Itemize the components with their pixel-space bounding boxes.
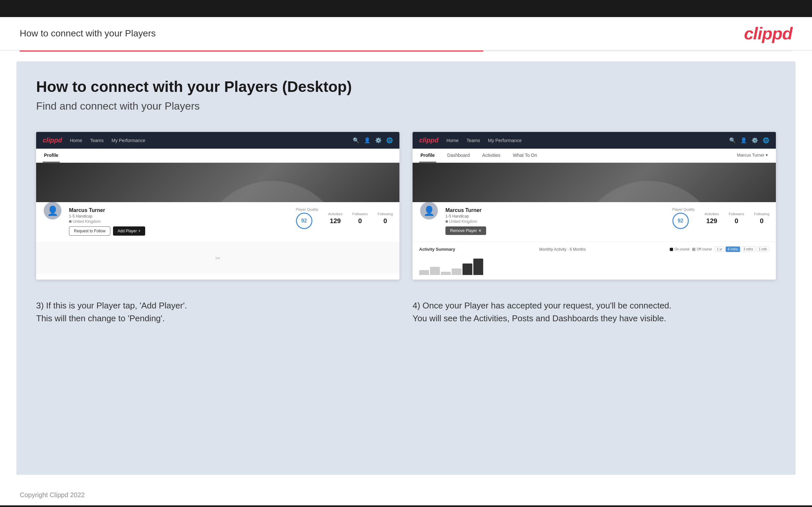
right-nav-home[interactable]: Home	[446, 138, 459, 143]
left-activities-value: 129	[328, 217, 342, 225]
right-profile-section: 👤 Marcus Turner 1-5 Handicap United King…	[413, 202, 776, 241]
chart-bar	[473, 259, 483, 275]
right-activities-value: 129	[705, 217, 719, 225]
right-player-name: Marcus Turner	[445, 208, 666, 213]
right-nav-icons: 🔍 👤 ⚙️ 🌐	[729, 137, 769, 144]
right-stat-activities: Activities 129	[705, 212, 719, 225]
left-nav-my-performance[interactable]: My Performance	[111, 138, 145, 143]
right-activities-label: Activities	[705, 212, 719, 216]
period-3mths-button[interactable]: 3 mths	[741, 246, 756, 252]
left-tabs: Profile	[36, 149, 399, 163]
right-following-value: 0	[754, 217, 769, 225]
period-6mths-button[interactable]: 6 mths	[726, 246, 740, 252]
screenshots-row: clippd Home Teams My Performance 🔍 👤 ⚙️ …	[36, 132, 776, 280]
settings-icon[interactable]: ⚙️	[375, 137, 382, 144]
right-following-label: Following	[754, 212, 769, 216]
left-stats: Player Quality 92 Activities 129 Followe…	[296, 208, 393, 229]
period-buttons: 1 yr 6 mths 3 mths 1 mth	[714, 246, 769, 252]
right-avatar-icon[interactable]: 🌐	[763, 137, 769, 144]
right-nav-teams[interactable]: Teams	[466, 138, 480, 143]
location-dot-icon	[69, 220, 71, 223]
left-nav-logo: clippd	[43, 136, 62, 144]
left-activities-label: Activities	[328, 212, 342, 216]
period-1mth-button[interactable]: 1 mth	[757, 246, 769, 252]
left-nav-teams[interactable]: Teams	[90, 138, 103, 143]
left-nav: clippd Home Teams My Performance 🔍 👤 ⚙️ …	[36, 132, 399, 149]
left-player-name: Marcus Turner	[69, 208, 289, 213]
right-tab-marcus-turner[interactable]: Marcus Turner ▾	[736, 149, 769, 162]
activity-controls: On course Off course 1 yr 6 mths 3 mths …	[670, 246, 769, 252]
top-bar	[0, 0, 812, 17]
right-tab-what-to-on[interactable]: What To On	[511, 149, 539, 162]
right-nav-my-performance[interactable]: My Performance	[488, 138, 522, 143]
left-quality-label: Player Quality	[296, 208, 318, 211]
right-followers-value: 0	[728, 217, 744, 225]
legend-off-course: Off course	[692, 247, 712, 251]
left-following-value: 0	[378, 217, 393, 225]
right-tabs: Profile Dashboard Activities What To On …	[413, 149, 776, 163]
right-stat-followers: Followers 0	[728, 212, 744, 225]
right-activity-summary: Activity Summary Monthly Activity · 6 Mo…	[413, 241, 776, 280]
left-nav-icons: 🔍 👤 ⚙️ 🌐	[353, 137, 393, 144]
right-search-icon[interactable]: 🔍	[729, 137, 736, 144]
right-tab-dashboard[interactable]: Dashboard	[446, 149, 471, 162]
right-stat-quality: Player Quality 92	[672, 208, 695, 229]
main-content: How to connect with your Players (Deskto…	[16, 61, 796, 475]
chart-bar	[419, 270, 429, 275]
search-icon[interactable]: 🔍	[353, 137, 359, 144]
descriptions-row: 3) If this is your Player tap, 'Add Play…	[36, 299, 776, 325]
right-user-icon[interactable]: 👤	[741, 137, 747, 144]
right-tab-profile[interactable]: Profile	[419, 149, 436, 162]
left-stat-followers: Followers 0	[352, 212, 367, 225]
right-nav-logo: clippd	[419, 136, 439, 144]
left-scroll-area: ✂	[36, 242, 399, 274]
left-stat-following: Following 0	[378, 212, 393, 225]
left-player-info: Marcus Turner 1-5 Handicap United Kingdo…	[69, 208, 289, 236]
period-1yr-button[interactable]: 1 yr	[714, 246, 725, 252]
on-course-legend-dot	[670, 248, 673, 251]
left-nav-home[interactable]: Home	[70, 138, 82, 143]
user-icon[interactable]: 👤	[364, 137, 370, 144]
right-location-dot-icon	[445, 220, 448, 223]
left-player-handicap: 1-5 Handicap	[69, 214, 289, 219]
activity-header: Activity Summary Monthly Activity · 6 Mo…	[419, 246, 769, 252]
left-following-label: Following	[378, 212, 393, 216]
scissors-icon: ✂	[43, 249, 393, 268]
description-right: 4) Once your Player has accepted your re…	[413, 299, 776, 325]
screenshot-right: clippd Home Teams My Performance 🔍 👤 ⚙️ …	[413, 132, 776, 280]
chart-bar	[430, 267, 440, 275]
header: How to connect with your Players clippd	[0, 17, 812, 51]
right-avatar-person-icon: 👤	[423, 206, 435, 216]
description-left: 3) If this is your Player tap, 'Add Play…	[36, 299, 399, 325]
request-to-follow-button[interactable]: Request to Follow	[69, 226, 110, 236]
left-tab-profile[interactable]: Profile	[43, 149, 60, 162]
right-player-info: Marcus Turner 1-5 Handicap United Kingdo…	[445, 208, 666, 235]
right-nav: clippd Home Teams My Performance 🔍 👤 ⚙️ …	[413, 132, 776, 149]
left-avatar: 👤	[43, 201, 62, 221]
left-banner	[36, 163, 399, 202]
right-quality-circle: 92	[672, 213, 689, 229]
right-player-location: United Kingdom	[445, 219, 666, 224]
plus-icon: +	[138, 229, 141, 233]
left-player-buttons: Request to Follow Add Player +	[69, 226, 289, 236]
right-banner	[413, 163, 776, 202]
right-quality-label: Player Quality	[672, 208, 695, 211]
activity-title: Activity Summary	[419, 247, 455, 252]
right-tab-activities[interactable]: Activities	[481, 149, 502, 162]
copyright-text: Copyright Clippd 2022	[20, 491, 85, 499]
left-stat-quality: Player Quality 92	[296, 208, 318, 229]
right-settings-icon[interactable]: ⚙️	[752, 137, 758, 144]
header-divider	[20, 51, 792, 52]
left-quality-circle: 92	[296, 213, 312, 229]
avatar-icon[interactable]: 🌐	[386, 137, 393, 144]
close-icon: ✕	[478, 228, 481, 233]
footer: Copyright Clippd 2022	[0, 485, 812, 505]
remove-player-button[interactable]: Remove Player ✕	[445, 226, 486, 235]
main-title: How to connect with your Players (Deskto…	[36, 78, 776, 96]
add-player-button[interactable]: Add Player +	[113, 226, 145, 236]
off-course-legend-dot	[692, 248, 695, 251]
left-followers-label: Followers	[352, 212, 367, 216]
left-followers-value: 0	[352, 217, 367, 225]
activity-period: Monthly Activity · 6 Months	[539, 247, 586, 252]
left-player-location: United Kingdom	[69, 219, 289, 224]
